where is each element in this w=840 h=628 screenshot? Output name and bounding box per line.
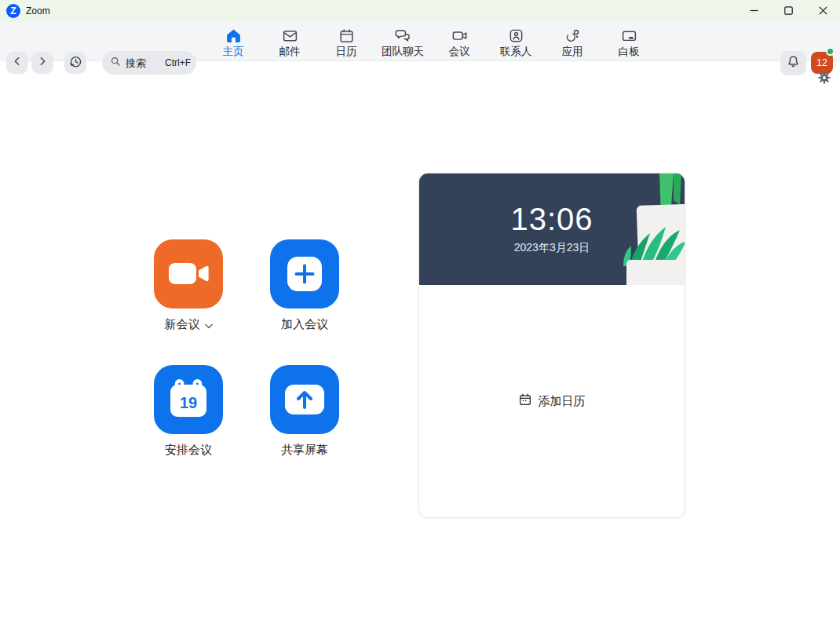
new-meeting-button[interactable]: 新会议 [154,239,223,332]
tab-team-chat-label: 团队聊天 [382,45,424,59]
gear-icon [817,74,831,87]
tab-contacts[interactable]: 联系人 [488,22,544,61]
plant-illustration [583,173,685,285]
apps-icon [564,27,581,44]
notifications-button[interactable] [780,51,806,75]
toolbar: Ctrl+F 主页 邮件 [0,22,840,61]
small-calendar-icon [519,393,531,409]
minimize-icon [750,4,758,18]
tab-apps-label: 应用 [562,45,583,59]
share-screen-button[interactable]: 共享屏幕 [270,365,339,458]
close-icon [819,4,827,18]
calendar-19-icon [154,423,223,436]
back-button[interactable] [6,52,28,74]
plus-icon [270,298,339,311]
chevron-down-icon[interactable] [205,318,213,332]
widget-header: 13:06 2023年3月23日 [419,173,685,285]
join-meeting-button[interactable]: 加入会议 [270,239,339,332]
join-meeting-label: 加入会议 [281,317,328,332]
whiteboard-icon [621,27,637,44]
calendar-widget: 13:06 2023年3月23日 添加日历 [418,173,685,518]
tab-home[interactable]: 主页 [205,22,261,61]
tab-team-chat[interactable]: 团队聊天 [374,22,431,61]
maximize-button[interactable] [771,0,805,22]
tab-contacts-label: 联系人 [500,45,532,59]
widget-body: 添加日历 [419,285,685,517]
add-calendar-label: 添加日历 [539,394,586,409]
window-controls [736,0,840,22]
close-button[interactable] [805,0,840,22]
clock-date: 2023年3月23日 [514,241,590,255]
mail-icon [282,27,298,44]
presence-dot [826,47,835,56]
tab-calendar[interactable]: 日历 [318,22,374,61]
calendar-day-number: 19 [154,394,223,412]
schedule-meeting-button[interactable]: 19 安排会议 [154,365,223,458]
zoom-window: Z Zoom [0,0,840,628]
join-meeting-tile [270,239,339,309]
tab-whiteboard-label: 白板 [619,45,640,59]
new-meeting-tile [154,239,223,309]
forward-button[interactable] [31,52,53,74]
contacts-icon [508,27,524,44]
calendar-icon [338,27,355,44]
arrow-up-icon [270,423,339,436]
avatar-badge: 12 [816,57,827,68]
tab-calendar-label: 日历 [336,45,357,59]
history-icon [68,54,83,72]
search-icon [110,56,122,71]
bell-icon [786,54,801,72]
settings-button[interactable] [817,71,831,85]
search-box[interactable]: Ctrl+F [102,51,196,75]
tab-meetings-label: 会议 [449,45,470,59]
schedule-meeting-tile: 19 [154,365,223,434]
zoom-logo: Z [6,4,20,18]
search-shortcut: Ctrl+F [165,57,191,68]
tab-apps[interactable]: 应用 [544,22,601,61]
zoom-logo-letter: Z [10,5,16,16]
clock-time: 13:06 [510,203,593,235]
share-screen-label: 共享屏幕 [281,443,328,458]
nav-tabs: 主页 邮件 日历 [205,22,657,61]
share-screen-tile [270,365,339,434]
chevron-right-icon [35,54,49,71]
search-input[interactable] [126,57,165,69]
team-chat-icon [395,27,411,44]
chevron-left-icon [10,54,24,71]
home-icon [225,27,242,44]
schedule-meeting-label: 安排会议 [165,443,212,458]
meetings-icon [451,27,468,44]
tab-home-label: 主页 [223,45,244,59]
minimize-button[interactable] [736,0,771,22]
new-meeting-label: 新会议 [165,317,200,332]
tab-whiteboard[interactable]: 白板 [601,22,657,61]
video-camera-icon [154,298,223,311]
tab-mail[interactable]: 邮件 [261,22,318,61]
history-button[interactable] [64,52,86,74]
app-title: Zoom [26,5,50,16]
tab-mail-label: 邮件 [279,45,301,59]
add-calendar-button[interactable]: 添加日历 [519,393,586,409]
titlebar: Z Zoom [0,0,840,22]
maximize-icon [784,4,793,18]
tab-meetings[interactable]: 会议 [431,22,488,61]
